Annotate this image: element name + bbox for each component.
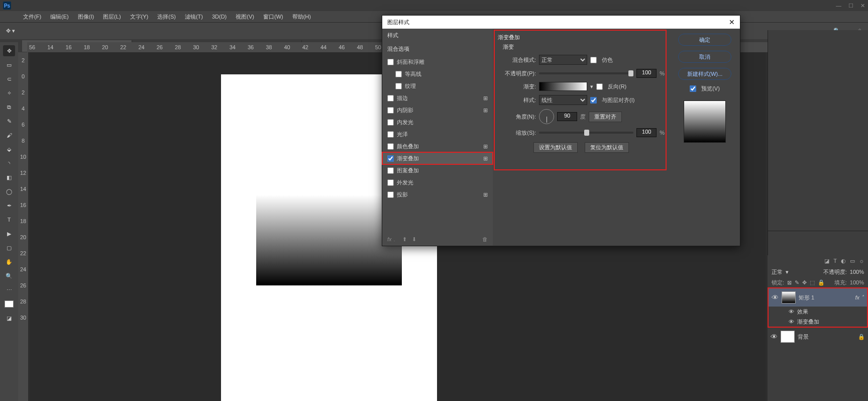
lasso-tool[interactable]: ⊂ [3,73,15,84]
reset-default-button[interactable]: 复位为默认值 [585,142,629,153]
style-item[interactable]: 光泽 [382,128,493,140]
lock-pix-icon[interactable]: ⬚ [810,279,815,286]
preview-checkbox[interactable] [690,85,696,92]
clone-stamp-tool[interactable]: ⬙ [3,144,15,155]
style-checkbox[interactable] [387,59,394,65]
menu-item[interactable]: 选择(S) [154,12,179,22]
visibility-icon[interactable]: 👁 [772,293,779,302]
menu-item[interactable]: 3D(D) [209,13,230,21]
opacity-input[interactable]: 100 [636,69,657,78]
angle-input[interactable]: 90 [557,112,577,121]
blend-options-header[interactable]: 混合选项 [382,42,493,56]
menu-item[interactable]: 滤镜(T) [182,12,206,22]
pen-tool[interactable]: ✒ [3,200,15,211]
type-tool[interactable]: T [3,214,15,225]
eyedropper-tool[interactable]: ✎ [3,116,15,127]
layer-effect-group[interactable]: 👁 效果 [769,307,867,317]
gradient-tool[interactable]: ◧ [3,172,15,183]
style-item[interactable]: 内阴影⊞ [382,104,493,116]
menu-item[interactable]: 窗口(W) [260,12,286,22]
dither-checkbox[interactable] [590,57,597,63]
shape-with-gradient[interactable] [256,185,402,285]
lock-all-icon[interactable]: ⊠ [787,279,792,286]
style-item[interactable]: 图案叠加 [382,164,493,176]
cancel-button[interactable]: 取消 [678,51,731,63]
lock-pos-icon[interactable]: ✎ [795,279,799,286]
style-item[interactable]: 外发光 [382,176,493,188]
style-item[interactable]: 斜面和浮雕 [382,56,493,68]
close-icon[interactable]: ✕ [729,18,735,26]
fx-icon[interactable]: fx﹒ [387,236,397,243]
fx-badge[interactable]: fx ˄ [855,294,864,301]
layer-thumb[interactable] [782,291,796,304]
style-checkbox[interactable] [387,179,394,186]
add-instance-icon[interactable]: ⊞ [483,107,488,114]
zoom-tool[interactable]: 🔍 [3,270,15,281]
style-checkbox[interactable] [387,143,394,150]
trash-icon[interactable]: 🗑 [482,236,488,242]
menu-item[interactable]: 帮助(H) [289,12,314,22]
visibility-icon[interactable]: 👁 [789,309,794,315]
style-checkbox[interactable] [387,107,394,114]
eraser-tool[interactable]: ◝ [3,158,15,169]
style-checkbox[interactable] [395,71,402,77]
opacity-value[interactable]: 100% [850,269,864,275]
chevron-down-icon[interactable]: ▾ [786,269,789,275]
style-item[interactable]: 纹理 [382,80,493,92]
menu-item[interactable]: 文件(F) [20,12,44,22]
layer-thumb[interactable] [781,331,795,343]
marquee-tool[interactable]: ▭ [3,59,15,70]
scale-slider[interactable] [539,132,633,134]
layer-row-shape[interactable]: 👁 矩形 1 fx ˄ [769,288,867,307]
make-default-button[interactable]: 设置为默认值 [533,142,578,153]
maximize-icon[interactable]: ☐ [848,3,853,9]
style-item[interactable]: 投影⊞ [382,188,493,201]
style-checkbox[interactable] [387,191,394,198]
layer-name[interactable]: 背景 [798,333,809,341]
layer-row-background[interactable]: 👁 背景 🔒 [768,328,868,346]
menu-item[interactable]: 图层(L) [100,12,124,22]
more-tool[interactable]: ⋯ [3,284,15,295]
style-item[interactable]: 描边⊞ [382,92,493,104]
hand-tool[interactable]: ✋ [3,256,15,267]
fill-value[interactable]: 100% [850,279,864,285]
blend-mode-select[interactable]: 正常 [539,55,587,65]
align-checkbox[interactable] [590,97,597,104]
angle-wheel[interactable] [539,109,554,124]
dialog-title-bar[interactable]: 图层样式 ✕ [382,16,740,29]
filter-icon[interactable]: ◪ [824,258,829,264]
style-checkbox[interactable] [387,131,394,138]
dodge-tool[interactable]: ◯ [3,186,15,197]
shape-tool[interactable]: ▢ [3,242,15,253]
lock-move-icon[interactable]: ✥ [802,279,807,286]
style-item[interactable]: 内发光 [382,116,493,128]
down-icon[interactable]: ⬇ [412,236,416,243]
scale-input[interactable]: 100 [636,128,657,137]
reset-align-button[interactable]: 重置对齐 [589,112,622,122]
filter-icon[interactable]: ☼ [859,258,864,264]
blend-mode[interactable]: 正常 [772,268,783,276]
current-tool-icon[interactable]: ✥ ▾ [6,28,15,34]
filter-icon[interactable]: ▭ [850,258,855,264]
style-checkbox[interactable] [387,119,394,126]
filter-icon[interactable]: ◐ [841,258,846,264]
up-icon[interactable]: ⬆ [402,236,407,243]
add-instance-icon[interactable]: ⊞ [483,95,488,102]
add-instance-icon[interactable]: ⊞ [483,143,488,150]
chevron-down-icon[interactable]: ▾ [590,83,593,90]
ok-button[interactable]: 确定 [678,34,731,46]
style-checkbox[interactable] [395,83,402,89]
opacity-slider[interactable] [539,72,633,74]
styles-header[interactable]: 样式 [382,29,493,42]
style-checkbox[interactable] [387,155,394,162]
add-instance-icon[interactable]: ⊞ [483,155,488,162]
style-item[interactable]: 渐变叠加⊞ [382,152,493,164]
layer-effect-gradient[interactable]: 👁 渐变叠加 [769,317,867,327]
brush-tool[interactable]: 🖌 [3,130,15,141]
crop-tool[interactable]: ⧉ [3,102,15,113]
gradient-style-select[interactable]: 线性 [539,95,587,105]
style-item[interactable]: 等高线 [382,68,493,80]
menu-item[interactable]: 文字(Y) [127,12,152,22]
style-checkbox[interactable] [387,95,394,102]
minimize-icon[interactable]: — [836,3,841,9]
